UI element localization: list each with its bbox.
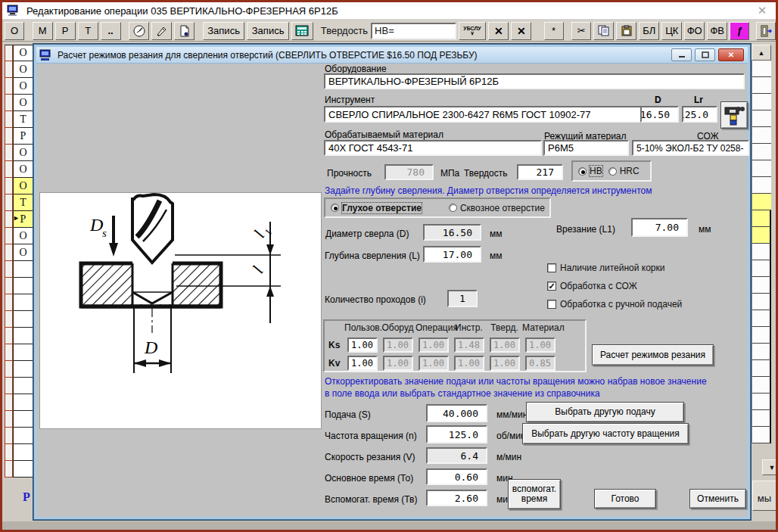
toolbar-button-dots[interactable]: .. [101, 22, 121, 40]
passes-label: Количество проходов (i) [325, 294, 426, 305]
record-button-1[interactable]: Запись [203, 22, 245, 40]
equipment-field[interactable]: ВЕРТИКАЛЬНО-ФРЕЗЕРНЫЙ 6Р12Б [324, 73, 745, 89]
checkbox-with-coolant[interactable]: ✓ Обработка с СОЖ [547, 281, 637, 291]
coolant-field[interactable]: 5-10% ЭКОЛ-Б2 ТУ 0258- [632, 140, 749, 156]
toolbar-button-o[interactable]: О [5, 22, 24, 40]
delete-icon-2[interactable]: ✕ [511, 22, 531, 40]
choose-feed-button[interactable]: Выбрать другую подачу [526, 402, 684, 422]
radio-hrc[interactable]: HRC [608, 166, 640, 176]
depth-field[interactable]: 17.00 [423, 246, 481, 263]
row-type-cell-current[interactable]: ►Р [13, 211, 33, 228]
coeff-header: Оборуд [380, 322, 415, 336]
material-field[interactable]: 40Х ГОСТ 4543-71 [324, 140, 542, 156]
scroll-down-button[interactable]: ▼ [762, 459, 778, 475]
toolbar-button-m[interactable]: М [33, 22, 53, 40]
kv-cell: 0.85 [525, 356, 555, 371]
row-type-cell[interactable]: О [13, 228, 33, 244]
rpm-field[interactable]: 125.0 [426, 425, 487, 443]
gauge-icon[interactable] [129, 22, 149, 40]
exit-door-icon[interactable] [756, 22, 776, 40]
passes-field: 1 [447, 290, 478, 307]
toolbar-button-fo[interactable]: ФО [684, 22, 705, 40]
highlight-cell [752, 210, 771, 227]
document-icon[interactable] [174, 22, 194, 40]
paste-icon[interactable] [616, 22, 636, 40]
aux-time-button[interactable]: вспомогат. время [508, 479, 561, 509]
toolbar-button-fv[interactable]: ФВ [707, 22, 727, 40]
calculate-button[interactable]: Расчет режимов резания [592, 344, 714, 366]
hint-depth: Задайте глубину сверления. Диаметр отвер… [325, 185, 652, 196]
drilling-diagram: D s l 1 l D [40, 193, 321, 428]
row-type-cell[interactable]: Р [13, 128, 33, 145]
row-type-cell-highlight[interactable]: О [13, 178, 33, 194]
aux-time-field[interactable]: 2.60 [426, 490, 487, 506]
kv-row-label: Kv [325, 354, 344, 372]
row-type-cell[interactable]: О [13, 78, 33, 95]
toolbar-button-ck[interactable]: ЦК [661, 22, 682, 40]
background-partial-button[interactable]: мы [752, 481, 776, 511]
cancel-button[interactable]: Отменить [689, 489, 746, 509]
done-button[interactable]: Готово [594, 489, 656, 509]
edit-hand-icon[interactable] [151, 22, 172, 40]
choose-rpm-button[interactable]: Выбрать другую частоту вращения [522, 423, 689, 444]
tool-field[interactable]: СВЕРЛО СПИРАЛЬНОЕ 2300-6427 R6М5 ГОСТ 10… [324, 106, 666, 123]
row-type-cell[interactable]: О [13, 61, 33, 78]
dialog-maximize-button[interactable] [695, 48, 715, 61]
radio-blind-hole[interactable]: Глухое отверстие [331, 203, 422, 213]
hardness-toolbar-label: Твердость [321, 25, 368, 36]
row-type-cell[interactable]: О [13, 145, 33, 161]
ubsl-button[interactable]: УБСЛУ∨ [459, 22, 487, 40]
ks-user-cell[interactable]: 1.00 [347, 338, 378, 353]
record-button-2[interactable]: Запись [247, 22, 289, 40]
dialog-minimize-button[interactable] [671, 48, 692, 61]
radio-through-hole[interactable]: Сквозное отверстие [449, 203, 545, 213]
delete-icon-1[interactable]: ✕ [488, 22, 509, 40]
row-type-cell-highlight[interactable]: Т [13, 194, 33, 211]
hardness-field[interactable]: 217 [517, 164, 563, 180]
dialog-close-button[interactable]: ✕ [718, 48, 744, 61]
current-row-pointer-icon: ► [13, 214, 20, 222]
cut-icon[interactable]: ✂ [571, 22, 591, 40]
main-time-field[interactable]: 0.60 [426, 468, 487, 485]
row-type-cell[interactable]: О [13, 244, 33, 261]
calculator-icon[interactable] [291, 22, 313, 40]
checkbox-cast-crust[interactable]: Наличие литейной корки [547, 263, 664, 273]
tool-length-field[interactable]: 125.0 [682, 106, 717, 123]
main-time-label: Основное время (То) [325, 473, 413, 484]
dialog-titlebar[interactable]: Расчет режимов резания для сверления отв… [36, 47, 748, 64]
feed-field[interactable]: 40.000 [426, 404, 487, 422]
kv-cell: 1.00 [419, 356, 449, 371]
copy-icon[interactable] [593, 22, 614, 40]
coefficients-panel: Пользов. Оборуд Операция Инстр. Тверд. М… [323, 319, 587, 372]
hardness-toolbar-input[interactable]: НВ= [371, 23, 456, 39]
ks-row-label: Ks [325, 336, 344, 354]
main-close-icon[interactable]: ✕ [755, 4, 770, 17]
tool-info-button[interactable] [720, 101, 748, 129]
feed-unit: мм/мин [496, 409, 527, 420]
operations-row-table: О О О О Т Р О О О Т ►Р О О [5, 45, 33, 478]
toolbar-button-t[interactable]: Т [78, 22, 98, 40]
radio-hb[interactable]: НВ [578, 166, 602, 176]
toolbar-button-r[interactable]: Р [55, 22, 76, 40]
row-type-cell[interactable]: О [13, 95, 33, 111]
plunge-field[interactable]: 7.00 [631, 218, 688, 237]
coeff-header: Инстр. [451, 322, 487, 336]
hardness-label: Твердость [464, 168, 508, 179]
main-titlebar: Редактирование операции 035 ВЕРТИКАЛЬНО-… [2, 2, 776, 20]
main-toolbar: О М Р Т .. Запись Запись Твердость НВ= У… [2, 20, 776, 42]
toolbar-button-bl[interactable]: БЛ [639, 22, 659, 40]
star-button[interactable]: * [544, 22, 564, 40]
row-type-cell[interactable]: Т [13, 111, 33, 128]
status-bar [2, 521, 776, 530]
scroll-up-button[interactable]: ▲ [752, 45, 771, 61]
checkbox-box [547, 300, 556, 309]
kv-user-cell[interactable]: 1.00 [347, 356, 378, 371]
row-type-cell[interactable]: О [13, 161, 33, 178]
diameter-field: 16.50 [423, 224, 481, 241]
cutting-material-field[interactable]: Р6М5 [543, 140, 629, 156]
row-type-cell[interactable]: О [13, 45, 33, 61]
function-icon[interactable]: ƒ [730, 22, 749, 40]
checkbox-manual-feed[interactable]: Обработка с ручной подачей [547, 299, 682, 310]
tool-diameter-field[interactable]: 16.50 [640, 106, 679, 123]
diagram-ds-sub: s [102, 227, 107, 239]
